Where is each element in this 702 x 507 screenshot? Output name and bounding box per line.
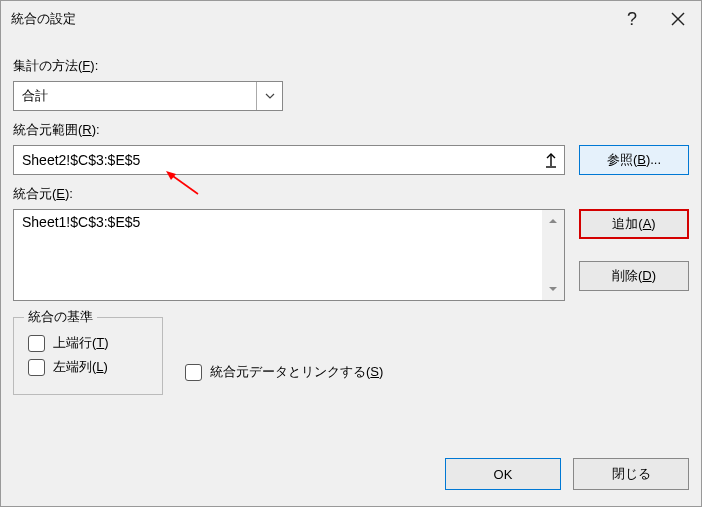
svg-marker-6 [549, 219, 557, 223]
sources-label: 統合元(E): [13, 185, 689, 203]
function-label: 集計の方法(F): [13, 57, 689, 75]
chevron-down-icon [265, 93, 275, 99]
scrollbar[interactable] [542, 210, 564, 300]
ok-button[interactable]: OK [445, 458, 561, 490]
close-dialog-button[interactable]: 閉じる [573, 458, 689, 490]
dropdown-button[interactable] [256, 82, 282, 110]
delete-button[interactable]: 削除(D) [579, 261, 689, 291]
criteria-group: 統合の基準 上端行(T) 左端列(L) [13, 317, 163, 395]
help-button[interactable]: ? [609, 1, 655, 37]
sources-listbox[interactable]: Sheet1!$C$3:$E$5 [13, 209, 565, 301]
left-col-checkbox[interactable] [28, 359, 45, 376]
dialog-footer: OK 閉じる [1, 446, 701, 506]
svg-marker-7 [549, 287, 557, 291]
scroll-up-button[interactable] [542, 210, 564, 232]
add-button[interactable]: 追加(A) [579, 209, 689, 239]
dialog-title: 統合の設定 [11, 10, 609, 28]
scroll-down-button[interactable] [542, 278, 564, 300]
browse-button[interactable]: 参照(B)... [579, 145, 689, 175]
top-row-label: 上端行(T) [53, 334, 109, 352]
close-icon [671, 12, 685, 26]
top-row-checkbox[interactable] [28, 335, 45, 352]
reference-input[interactable] [14, 146, 538, 174]
collapse-icon [544, 152, 558, 168]
close-button[interactable] [655, 1, 701, 37]
dialog-content: 集計の方法(F): 合計 統合元範囲(R): [1, 37, 701, 446]
consolidate-dialog: 統合の設定 ? 集計の方法(F): 合計 統合元範囲(R): [0, 0, 702, 507]
function-select-value: 合計 [14, 87, 256, 105]
reference-input-wrap [13, 145, 565, 175]
link-source-checkbox[interactable] [185, 364, 202, 381]
link-source-label: 統合元データとリンクする(S) [210, 363, 383, 381]
collapse-dialog-button[interactable] [538, 146, 564, 174]
list-content: Sheet1!$C$3:$E$5 [14, 210, 542, 300]
criteria-legend: 統合の基準 [24, 308, 97, 326]
titlebar: 統合の設定 ? [1, 1, 701, 37]
function-select[interactable]: 合計 [13, 81, 283, 111]
reference-label: 統合元範囲(R): [13, 121, 689, 139]
left-col-label: 左端列(L) [53, 358, 108, 376]
list-item[interactable]: Sheet1!$C$3:$E$5 [22, 214, 534, 230]
